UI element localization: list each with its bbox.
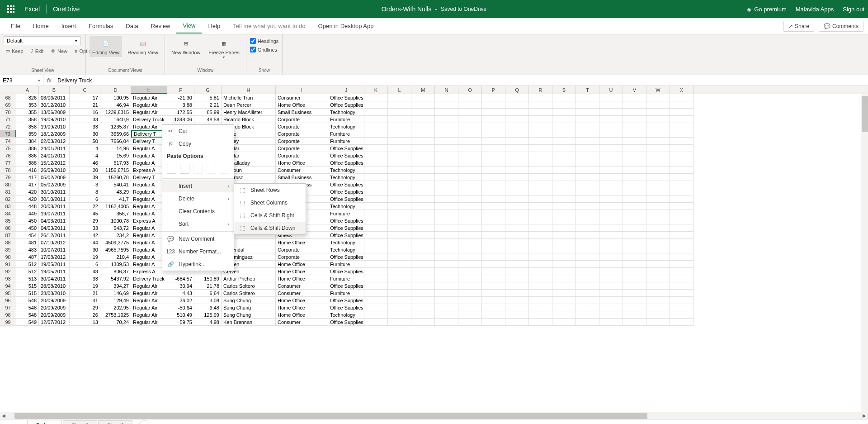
cell[interactable] <box>482 181 505 188</box>
cell[interactable] <box>505 232 529 239</box>
cell[interactable]: 4 <box>70 152 100 159</box>
cell[interactable] <box>458 261 482 268</box>
cell[interactable] <box>599 195 623 203</box>
cell[interactable]: 29 <box>70 304 100 311</box>
cell[interactable]: Small Business <box>276 174 328 181</box>
cell[interactable] <box>623 224 646 232</box>
cell[interactable] <box>646 195 670 203</box>
cell[interactable]: Regular Air <box>131 297 167 304</box>
cell[interactable] <box>482 275 505 282</box>
cell[interactable]: Corporate <box>276 152 328 159</box>
cell[interactable] <box>435 188 458 195</box>
cell[interactable] <box>364 261 388 268</box>
cell[interactable] <box>458 275 482 282</box>
ctx-clear[interactable]: Clear Contents <box>162 205 234 218</box>
cell[interactable] <box>529 188 552 195</box>
cell[interactable] <box>670 101 693 109</box>
cell[interactable]: 6 <box>70 261 100 268</box>
cell[interactable]: 448 <box>16 203 39 210</box>
cell[interactable] <box>552 109 576 116</box>
row-header[interactable]: 70 <box>0 109 16 116</box>
cell[interactable] <box>670 94 693 101</box>
col-header-E[interactable]: E <box>131 86 167 94</box>
cell[interactable]: 548 <box>16 304 39 311</box>
col-header-C[interactable]: C <box>70 86 100 94</box>
cell[interactable] <box>411 159 435 167</box>
cell[interactable] <box>576 181 599 188</box>
row-header[interactable]: 94 <box>0 282 16 290</box>
cell[interactable] <box>482 268 505 275</box>
cell[interactable] <box>646 253 670 261</box>
cell[interactable] <box>670 232 693 239</box>
cell[interactable] <box>599 224 623 232</box>
cell[interactable] <box>670 109 693 116</box>
cell[interactable]: 806,37 <box>100 268 131 275</box>
cell[interactable]: Henry MacAllister <box>222 109 276 116</box>
cell[interactable] <box>623 261 646 268</box>
cell[interactable]: 02/03/2012 <box>39 138 70 145</box>
cell[interactable] <box>552 116 576 123</box>
cell[interactable] <box>529 130 552 138</box>
ctx-cut[interactable]: ✂Cut <box>162 125 234 138</box>
cell[interactable]: Consumer <box>276 94 328 101</box>
cell[interactable] <box>529 116 552 123</box>
cell[interactable]: Furniture <box>328 130 364 138</box>
cell[interactable] <box>388 109 411 116</box>
cell[interactable]: Ricardo Block <box>222 116 276 123</box>
cell[interactable]: Furniture <box>328 261 364 268</box>
cell[interactable] <box>435 304 458 311</box>
col-header-K[interactable]: K <box>364 86 388 94</box>
cell[interactable] <box>411 181 435 188</box>
cell[interactable] <box>388 174 411 181</box>
cell[interactable] <box>599 319 623 326</box>
cell[interactable]: 450 <box>16 217 39 224</box>
scroll-left-arrow[interactable]: ◀ <box>0 413 7 418</box>
cell[interactable] <box>623 145 646 152</box>
cell[interactable] <box>599 167 623 174</box>
cell[interactable] <box>411 138 435 145</box>
cell[interactable]: 6,48 <box>194 304 222 311</box>
row-header[interactable]: 81 <box>0 188 16 195</box>
row-header[interactable]: 72 <box>0 123 16 130</box>
cell[interactable]: Sung Chung <box>222 304 276 311</box>
cell[interactable]: 125,99 <box>194 311 222 319</box>
cell[interactable] <box>623 152 646 159</box>
cell[interactable]: 1640,9 <box>100 116 131 123</box>
cell[interactable] <box>576 246 599 253</box>
cell[interactable] <box>670 224 693 232</box>
cell[interactable] <box>576 311 599 319</box>
cell[interactable] <box>623 188 646 195</box>
cell[interactable] <box>623 203 646 210</box>
cell[interactable]: 100,95 <box>100 94 131 101</box>
cell[interactable]: Regular Air <box>131 319 167 326</box>
cell[interactable]: 50 <box>70 138 100 145</box>
cell[interactable]: 33 <box>70 275 100 282</box>
cell[interactable] <box>458 224 482 232</box>
cell[interactable] <box>599 116 623 123</box>
cell[interactable]: 449 <box>16 210 39 217</box>
cell[interactable]: Office Supplies <box>328 297 364 304</box>
cell[interactable] <box>482 232 505 239</box>
cell[interactable] <box>599 217 623 224</box>
cell[interactable]: 4,98 <box>194 319 222 326</box>
cell[interactable] <box>623 181 646 188</box>
cell[interactable] <box>458 319 482 326</box>
cell[interactable] <box>646 167 670 174</box>
cell[interactable] <box>458 174 482 181</box>
cell[interactable] <box>458 268 482 275</box>
cell[interactable]: 129,49 <box>100 297 131 304</box>
cell[interactable] <box>576 319 599 326</box>
cell[interactable] <box>529 109 552 116</box>
cell[interactable]: Sung Chung <box>222 297 276 304</box>
cell[interactable]: Furniture <box>328 290 364 297</box>
cell[interactable] <box>505 210 529 217</box>
col-header-N[interactable]: N <box>435 86 458 94</box>
row-header[interactable]: 91 <box>0 261 16 268</box>
cell[interactable] <box>364 239 388 246</box>
sheet-tab-sheet3[interactable]: Sheet3 <box>98 420 132 424</box>
cell[interactable]: 36,02 <box>167 297 194 304</box>
cell[interactable] <box>411 224 435 232</box>
cell[interactable]: Office Supplies <box>328 304 364 311</box>
cell[interactable] <box>482 138 505 145</box>
cell[interactable] <box>482 261 505 268</box>
